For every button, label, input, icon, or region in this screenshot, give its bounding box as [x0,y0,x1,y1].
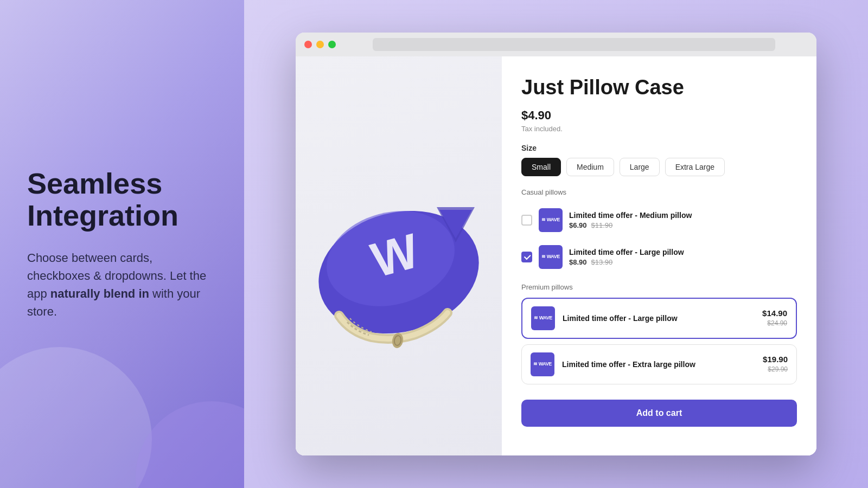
body-text-bold: naturally blend in [50,287,149,300]
premium-large-prices: $14.90 $24.90 [762,309,787,328]
left-panel: Seamless Integration Choose between card… [0,0,244,488]
maximize-button-icon[interactable] [328,41,336,48]
large-pillow-info: Limited time offer - Large pillow $8.90 … [569,248,797,266]
add-to-cart-button[interactable]: Add to cart [521,400,797,427]
premium-large-old-price: $24.90 [767,319,787,327]
close-button-icon[interactable] [304,41,312,48]
size-large[interactable]: Large [620,158,660,176]
main-headline: Seamless Integration [27,168,217,232]
premium-xl-old-price: $29.90 [768,365,788,373]
wave-logo-icon: ≋ WAVE [533,362,551,367]
large-pillow-old-price: $13.90 [591,258,613,266]
address-bar[interactable] [373,38,775,51]
medium-pillow-thumb: ≋ WAVE [539,208,563,232]
wave-logo-icon: ≋ WAVE [534,316,552,320]
browser-content: W Just Pillow Case $4.90 Tax included. S… [296,56,816,455]
wave-logo-icon: ≋ WAVE [541,254,559,259]
size-extra-large[interactable]: Extra Large [665,158,725,176]
medium-pillow-old-price: $11.90 [591,221,613,229]
premium-xl-name: Limited time offer - Extra large pillow [562,360,755,369]
list-item[interactable]: ≋ WAVE Limited time offer - Large pillow… [521,298,797,339]
premium-xl-prices: $19.90 $29.90 [763,355,788,374]
premium-xl-thumb: ≋ WAVE [531,352,554,376]
large-pillow-checkbox[interactable] [521,252,532,262]
premium-pillows-label: Premium pillows [521,283,797,291]
list-item: ≋ WAVE Limited time offer - Large pillow… [521,240,797,274]
casual-pillows-section: Casual pillows ≋ WAVE Limited time offer… [521,188,797,274]
premium-large-price: $14.90 [762,309,787,318]
right-panel: W Just Pillow Case $4.90 Tax included. S… [244,0,868,488]
browser-titlebar [296,33,816,56]
minimize-button-icon[interactable] [316,41,324,48]
premium-xl-price: $19.90 [763,355,788,364]
product-details: Just Pillow Case $4.90 Tax included. Siz… [502,56,816,455]
size-label: Size [521,144,797,152]
product-price: $4.90 [521,108,797,123]
tax-note: Tax included. [521,125,797,133]
wave-logo-icon: ≋ WAVE [541,217,559,222]
premium-pillows-section: Premium pillows ≋ WAVE Limited time offe… [521,283,797,384]
large-pillow-thumb: ≋ WAVE [539,245,563,269]
medium-pillow-info: Limited time offer - Medium pillow $6.90… [569,211,797,229]
large-pillow-price: $8.90 [569,258,587,266]
large-pillow-name: Limited time offer - Large pillow [569,248,797,256]
casual-pillows-label: Casual pillows [521,188,797,196]
size-options: Small Medium Large Extra Large [521,158,797,176]
premium-large-thumb: ≋ WAVE [531,306,555,330]
premium-large-name: Limited time offer - Large pillow [563,314,755,323]
medium-pillow-price: $6.90 [569,221,587,229]
list-item[interactable]: ≋ WAVE Limited time offer - Extra large … [521,344,797,384]
size-medium[interactable]: Medium [566,158,614,176]
medium-pillow-prices: $6.90 $11.90 [569,221,797,229]
list-item: ≋ WAVE Limited time offer - Medium pillo… [521,203,797,237]
main-body: Choose between cards, checkboxes & dropd… [27,249,217,320]
large-pillow-prices: $8.90 $13.90 [569,258,797,266]
browser-window: W Just Pillow Case $4.90 Tax included. S… [296,33,816,455]
medium-pillow-name: Limited time offer - Medium pillow [569,211,797,220]
product-image: W [307,164,491,348]
product-title: Just Pillow Case [521,76,797,100]
size-small[interactable]: Small [521,158,561,176]
product-image-area: W [296,56,502,455]
medium-pillow-checkbox[interactable] [521,215,532,226]
